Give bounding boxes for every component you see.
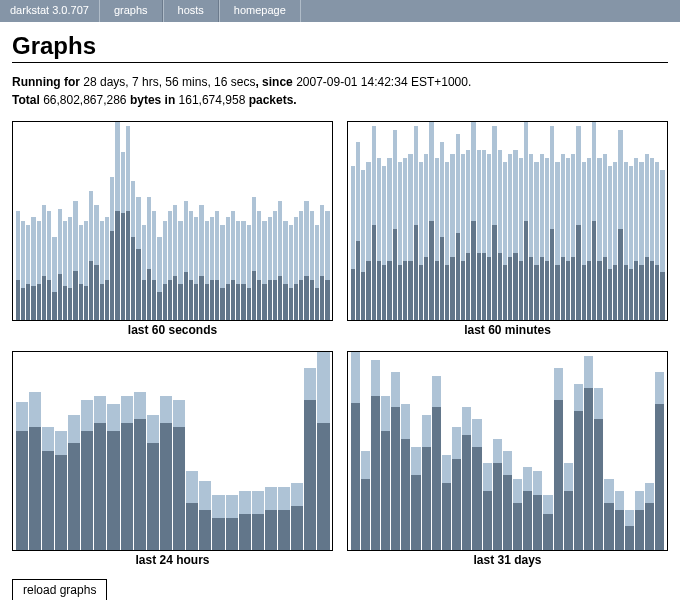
chart-box [12,121,333,321]
bar [472,352,482,550]
bar [212,352,225,550]
since-value: 2007-09-01 14:42:34 EST+1000. [296,75,471,89]
bar [41,352,54,550]
stats-block: Running for 28 days, 7 hrs, 56 mins, 16 … [12,73,668,109]
reload-button[interactable]: reload graphs [12,579,107,600]
bar [120,122,125,320]
total-bytes: 66,802,867,286 [43,93,126,107]
running-for-label: Running for [12,75,80,89]
bar [614,352,624,550]
bar [238,352,251,550]
bar [429,122,434,320]
bar [370,352,380,550]
bar [15,352,28,550]
bar [401,352,411,550]
bar [452,352,462,550]
bar [573,352,583,550]
nav-item-graphs[interactable]: graphs [99,0,163,22]
bar [360,352,370,550]
bar [392,122,397,320]
bar [159,352,172,550]
bar [584,352,594,550]
bar [411,352,421,550]
bar [576,122,581,320]
bar [68,352,81,550]
bar [533,352,543,550]
bar [543,352,553,550]
bar [592,122,597,320]
chart-box [347,121,668,321]
bar [291,352,304,550]
bar [466,122,471,320]
bar [492,122,497,320]
chart-box [12,351,333,551]
bar [125,122,130,320]
bar [645,352,655,550]
bar [441,352,451,550]
bar [594,352,604,550]
bar [550,122,555,320]
bar [421,352,431,550]
bar [94,352,107,550]
bar [199,352,212,550]
bar [371,122,376,320]
bar [146,352,159,550]
page-title: Graphs [12,32,668,63]
chart-last-24-hours: last 24 hours [12,351,333,567]
bar [492,352,502,550]
bar [497,122,502,320]
running-for-value: 28 days, 7 hrs, 56 mins, 16 secs [83,75,255,89]
bar [186,352,199,550]
bar [54,352,67,550]
bar [304,352,317,550]
bar [278,352,291,550]
bar [81,352,94,550]
bar [523,122,528,320]
since-label: , since [255,75,292,89]
bar [28,352,41,550]
bar [476,122,481,320]
bar [462,352,472,550]
bar [660,122,665,320]
bytes-in-label: bytes in [130,93,175,107]
bar [264,352,277,550]
bar [482,352,492,550]
bar [634,352,644,550]
total-label: Total [12,93,40,107]
packets-label: packets. [249,93,297,107]
nav-item-homepage[interactable]: homepage [219,0,301,22]
bar [563,352,573,550]
bar [317,352,330,550]
chart-label: last 60 seconds [12,323,333,337]
bar [513,122,518,320]
nav-item-hosts[interactable]: hosts [163,0,219,22]
chart-label: last 31 days [347,553,668,567]
bar [523,352,533,550]
bar [391,352,401,550]
bar [225,352,238,550]
bar [502,352,512,550]
chart-last-31-days: last 31 days [347,351,668,567]
bar [355,122,360,320]
bar [553,352,563,550]
bar [251,352,264,550]
charts-grid: last 60 seconds last 60 minutes last 24 … [12,121,668,567]
navbar-brand: darkstat 3.0.707 [0,0,99,22]
bar [133,352,146,550]
bar [173,352,186,550]
bar [120,352,133,550]
bar [618,122,623,320]
total-packets: 161,674,958 [179,93,246,107]
bar [471,122,476,320]
chart-label: last 60 minutes [347,323,668,337]
chart-last-60-minutes: last 60 minutes [347,121,668,337]
bar [513,352,523,550]
bar [380,352,390,550]
bar [413,122,418,320]
bar [115,122,120,320]
bar [455,122,460,320]
bar [624,352,634,550]
bar [350,352,360,550]
bar [655,352,665,550]
bar [107,352,120,550]
